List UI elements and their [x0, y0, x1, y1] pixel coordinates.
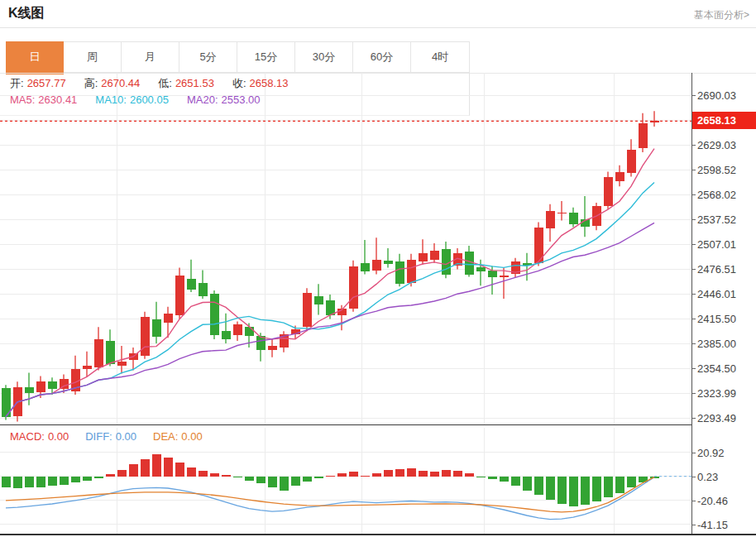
- price-tick-label: 2323.99: [697, 387, 736, 400]
- candle[interactable]: [187, 279, 196, 290]
- candle[interactable]: [557, 213, 567, 214]
- macd-hist-bar: [83, 477, 92, 481]
- fundamental-analysis-link[interactable]: 基本面分析>: [694, 8, 749, 22]
- price-tick-dash: [691, 294, 696, 295]
- tab-month[interactable]: 月: [122, 42, 179, 72]
- macd-hist-bar: [106, 474, 115, 477]
- legend-item: 高:2670.44: [84, 77, 144, 89]
- candle[interactable]: [164, 314, 173, 324]
- candle[interactable]: [36, 381, 45, 392]
- macd-hist-bar: [36, 477, 45, 487]
- macd-hist-bar: [129, 464, 138, 477]
- macd-hist-bar: [48, 477, 57, 487]
- candle[interactable]: [245, 327, 254, 336]
- candle[interactable]: [233, 324, 242, 335]
- tab-30min[interactable]: 30分: [295, 42, 353, 72]
- candle[interactable]: [268, 346, 277, 350]
- macd-hist-bar: [326, 476, 335, 477]
- candle[interactable]: [117, 362, 127, 366]
- candle[interactable]: [639, 123, 648, 148]
- tab-day[interactable]: 日: [6, 41, 64, 74]
- macd-hist-bar: [361, 476, 370, 477]
- macd-hist-bar: [303, 477, 312, 482]
- macd-hist-bar: [500, 477, 509, 482]
- macd-hist-bar: [222, 475, 231, 477]
- candle[interactable]: [488, 271, 497, 277]
- candle[interactable]: [361, 263, 370, 272]
- candle[interactable]: [546, 211, 555, 229]
- price-tick-label: 2415.50: [697, 313, 736, 325]
- ma-line-ma20: [6, 223, 654, 416]
- candle[interactable]: [210, 294, 219, 335]
- candle[interactable]: [627, 150, 636, 174]
- tab-5min[interactable]: 5分: [179, 42, 237, 72]
- macd-hist-bar: [569, 477, 578, 506]
- kline-chart-canvas[interactable]: [0, 73, 691, 424]
- candle[interactable]: [25, 387, 34, 393]
- candle[interactable]: [94, 339, 103, 367]
- candle[interactable]: [395, 261, 404, 285]
- macd-hist-bar: [60, 477, 69, 485]
- macd-hist-bar: [210, 473, 219, 477]
- candle[interactable]: [430, 251, 439, 260]
- macd-hist-bar: [465, 473, 474, 477]
- macd-hist-bar: [604, 477, 613, 498]
- candle[interactable]: [604, 177, 613, 205]
- macd-hist-bar: [419, 471, 428, 477]
- macd-tick-label: -20.46: [697, 495, 728, 507]
- price-tick-label: 2446.01: [697, 288, 736, 300]
- tab-60min[interactable]: 60分: [353, 42, 411, 72]
- tab-week[interactable]: 周: [64, 42, 122, 72]
- macd-hist-bar: [546, 477, 555, 500]
- header-divider: [0, 27, 756, 28]
- legend-item: DEA:0.00: [153, 430, 206, 443]
- macd-hist-bar: [94, 477, 103, 478]
- candle[interactable]: [152, 319, 161, 338]
- candle[interactable]: [384, 261, 393, 264]
- candle[interactable]: [106, 341, 115, 364]
- candle[interactable]: [442, 249, 451, 275]
- candle[interactable]: [83, 366, 92, 369]
- price-axis-line: [691, 73, 692, 534]
- candle[interactable]: [407, 260, 416, 284]
- candle[interactable]: [48, 381, 57, 389]
- price-tick-label: 2690.03: [697, 89, 736, 102]
- macd-hist-bar: [511, 477, 520, 487]
- tab-4hour[interactable]: 4时: [411, 42, 469, 72]
- dea-line: [6, 477, 654, 512]
- macd-hist-bar: [175, 463, 184, 477]
- candle[interactable]: [372, 260, 381, 271]
- macd-tick-dash: [691, 525, 696, 525]
- diff-line: [6, 477, 654, 520]
- candle[interactable]: [326, 300, 335, 315]
- macd-chart-canvas[interactable]: [0, 428, 691, 534]
- candle[interactable]: [175, 276, 184, 314]
- price-tick-dash: [691, 170, 696, 170]
- candle[interactable]: [465, 252, 474, 276]
- candle[interactable]: [569, 213, 578, 225]
- macd-hist-bar: [71, 477, 80, 482]
- macd-hist-bar: [395, 469, 404, 477]
- tab-15min[interactable]: 15分: [237, 42, 295, 72]
- candle[interactable]: [222, 331, 231, 339]
- candle[interactable]: [199, 283, 208, 296]
- candle[interactable]: [500, 276, 509, 277]
- candle[interactable]: [314, 296, 323, 304]
- macd-hist-bar: [384, 470, 393, 476]
- macd-hist-bar: [291, 477, 300, 487]
- macd-hist-bar: [488, 477, 497, 479]
- candle[interactable]: [615, 172, 624, 182]
- candle[interactable]: [303, 293, 312, 327]
- candle[interactable]: [419, 253, 428, 261]
- macd-hist-bar: [117, 470, 127, 477]
- price-tick-dash: [691, 393, 696, 394]
- macd-tick-dash: [691, 453, 696, 453]
- macd-legend: MACD:0.00DIFF:0.00DEA:0.00: [10, 430, 219, 443]
- macd-hist-bar: [152, 454, 161, 477]
- candle[interactable]: [476, 267, 486, 272]
- price-tick-dash: [691, 368, 696, 369]
- macd-hist-bar: [592, 477, 601, 501]
- page-title: K线图: [8, 5, 45, 22]
- candle[interactable]: [349, 266, 358, 309]
- macd-hist-bar: [534, 477, 543, 496]
